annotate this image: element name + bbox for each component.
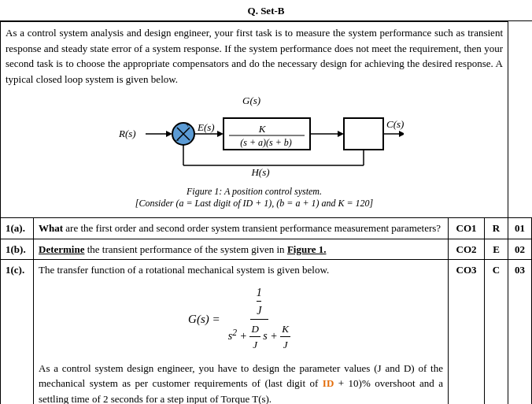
q1a-co: CO1 [449, 218, 485, 239]
caption-line2: [Consider (a = Last digit of ID + 1), (b… [135, 198, 374, 209]
tf-numerator: K [258, 123, 267, 135]
rs-label: R(s) [118, 128, 136, 139]
svg-marker-13 [399, 131, 404, 137]
q1b-marks: 02 [508, 239, 532, 260]
q1c-body: The transfer function of a rotational me… [34, 260, 449, 405]
q1a-marks: 01 [508, 218, 532, 239]
question-1b-row: 1(b). Determine the transient performanc… [1, 239, 532, 260]
page: Q. Set-B As a control system analysis an… [0, 0, 532, 404]
q1c-text: The transfer function of a rotational me… [39, 262, 443, 278]
intro-text: As a control system analysis and design … [6, 25, 503, 87]
svg-marker-1 [166, 131, 172, 137]
q1c-co: CO3 [449, 260, 485, 405]
q1c-marks: 03 [508, 260, 532, 405]
q1b-bold: Determine [39, 243, 84, 255]
diagram-container: G(s) R(s) [6, 95, 503, 209]
question-1c-row: 1(c). The transfer function of a rotatio… [1, 260, 532, 405]
q1a-label: 1(a). [1, 218, 34, 239]
cs-label: C(s) [386, 118, 404, 130]
q1a-r: R [485, 218, 508, 239]
svg-rect-11 [344, 118, 383, 150]
main-table: As a control system analysis and design … [0, 21, 532, 404]
q1a-rest: are the first order and second order sys… [63, 222, 441, 234]
gs-d-den: J [253, 337, 257, 353]
q1c-label: 1(c). [1, 260, 34, 405]
gs-denominator: s2 + D J s + K J [225, 320, 294, 354]
q1a-bold: What [39, 222, 63, 234]
q1b-r: E [485, 239, 508, 260]
page-header: Q. Set-B [0, 0, 532, 21]
q1b-co: CO2 [449, 239, 485, 260]
tf-denominator: (s + a)(s + b) [240, 137, 292, 148]
es-label: E(s) [197, 121, 215, 133]
question-1a-row: 1(a). What are the first order and secon… [1, 218, 532, 239]
q1a-body: What are the first order and second orde… [34, 218, 449, 239]
intro-row: As a control system analysis and design … [1, 22, 532, 218]
gs-top-label: G(s) [242, 95, 260, 107]
q1b-body: Determine the transient performance of t… [34, 239, 449, 260]
q1c-orange1: ID [323, 377, 334, 389]
gs-k-num: K [280, 321, 290, 338]
block-diagram-svg: R(s) E(s) [105, 96, 404, 183]
q1c-r: C [485, 260, 508, 405]
gs-k-den: J [283, 337, 288, 353]
gs-lhs: G(s) = [188, 310, 220, 328]
caption-line1: Figure 1: A position control system. [135, 186, 374, 198]
diagram-caption: Figure 1: A position control system. [Co… [135, 186, 374, 209]
gs-formula: G(s) = 1 J s2 + D J [39, 284, 443, 354]
gs-d-num: D [249, 321, 260, 338]
q1b-rest: the transient performance of the system … [84, 243, 286, 255]
q1b-figure-ref: Figure 1. [287, 243, 327, 255]
svg-marker-6 [217, 131, 224, 137]
gs-num-bottom: J [257, 301, 261, 319]
svg-marker-10 [338, 131, 344, 137]
hs-label: H(s) [250, 166, 269, 178]
intro-cell: As a control system analysis and design … [1, 22, 508, 218]
svg-text:+: + [186, 120, 190, 129]
svg-text:−: − [174, 135, 179, 146]
q1c-last-para: As a control system design engineer, you… [39, 361, 443, 405]
header-title: Q. Set-B [248, 5, 285, 17]
gs-numerator: 1 J [250, 284, 268, 320]
gs-num-top: 1 [257, 284, 262, 301]
q1b-label: 1(b). [1, 239, 34, 260]
